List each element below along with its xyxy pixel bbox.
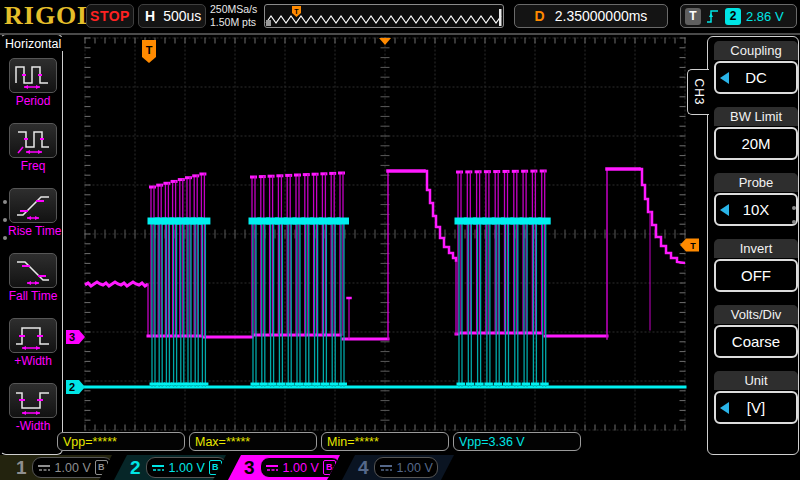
softkey-unit[interactable]: Unit [V] <box>714 371 798 424</box>
trigger-info-box[interactable]: T 2 2.86 V <box>680 4 797 28</box>
measure-item-rise-time[interactable]: Rise Time <box>8 188 58 238</box>
arrow-left-icon <box>720 204 729 216</box>
channel-4-scale: 1.00 V <box>397 461 433 475</box>
horizontal-timebase-box[interactable]: H 500us <box>138 4 206 28</box>
fall-time-icon <box>14 257 52 285</box>
trigger-source-badge: 2 <box>725 8 741 25</box>
brand-logo: RIGOL <box>4 1 96 31</box>
trigger-level-value: 2.86 V <box>746 9 784 24</box>
svg-text:3: 3 <box>69 331 75 343</box>
plus-width-icon <box>14 322 52 350</box>
channel-1-number: 1 <box>16 455 27 480</box>
trigger-label: T <box>685 8 701 25</box>
delay-value: 2.35000000ms <box>555 8 648 24</box>
measure-menu: Horizontal Period Freq Rise <box>0 33 63 455</box>
ground-coupling-icon <box>151 463 165 473</box>
channel-2-number: 2 <box>130 455 141 480</box>
bw-limit-indicator: B <box>95 460 108 475</box>
delay-box[interactable]: D 2.35000000ms <box>514 4 668 28</box>
ground-coupling-icon <box>37 463 51 473</box>
rise-time-icon <box>14 192 52 220</box>
waveform-preview[interactable]: T <box>264 4 504 28</box>
waveform-display: TT32 <box>0 0 800 480</box>
preview-wave-icon: T <box>265 5 503 27</box>
channel-3-scale: 1.00 V <box>283 461 319 475</box>
channel-1-scale: 1.00 V <box>55 461 91 475</box>
measurement-bar: Vpp=***** Max=***** Min=***** Vpp=3.36 V <box>57 432 581 453</box>
arrow-left-icon <box>720 402 729 414</box>
svg-text:T: T <box>294 8 299 15</box>
softkey-coupling[interactable]: Coupling DC <box>714 41 798 94</box>
rising-edge-icon <box>706 8 720 25</box>
channel-3-number: 3 <box>244 455 255 480</box>
measure-item-freq[interactable]: Freq <box>8 123 58 173</box>
page-dot <box>3 218 7 222</box>
measurement-slot-2[interactable]: Max=***** <box>189 432 317 451</box>
ground-coupling-icon <box>379 463 393 473</box>
measure-item-nwidth[interactable]: -Width <box>8 383 58 433</box>
page-dot <box>792 220 796 224</box>
timebase-value: 500us <box>163 8 201 24</box>
svg-text:2: 2 <box>69 381 75 393</box>
measurement-slot-1[interactable]: Vpp=***** <box>57 432 185 451</box>
ground-coupling-icon <box>265 463 279 473</box>
channel-2-scale: 1.00 V <box>169 461 205 475</box>
delay-label: D <box>535 8 545 24</box>
channel-2-status[interactable]: 2 1.00 V B <box>114 455 226 480</box>
measure-item-fall-time[interactable]: Fall Time <box>8 253 58 303</box>
channel-tab: CH3 <box>687 69 709 115</box>
softkey-probe[interactable]: Probe 10X <box>714 173 798 226</box>
softkey-volts-div[interactable]: Volts/Div Coarse <box>714 305 798 358</box>
svg-text:T: T <box>146 44 153 56</box>
channel-3-status[interactable]: 3 1.00 V B <box>228 455 340 480</box>
bw-limit-indicator: B <box>323 460 336 475</box>
acquisition-info: 250MSa/s 1.50M pts <box>210 3 257 29</box>
channel-4-status[interactable]: 4 1.00 V <box>342 455 454 480</box>
run-state-indicator[interactable]: STOP <box>86 4 134 28</box>
run-state-label: STOP <box>90 8 130 24</box>
channel-1-status[interactable]: 1 1.00 V B <box>0 455 112 480</box>
measurement-slot-4[interactable]: Vpp=3.36 V <box>453 432 581 451</box>
minus-width-icon <box>14 387 52 415</box>
sample-rate: 250MSa/s <box>210 3 257 16</box>
page-dot <box>3 236 7 240</box>
channel-menu: CH3 Coupling DC BW Limit 20M Probe 10X I… <box>684 33 800 457</box>
period-icon <box>14 62 52 90</box>
top-status-bar: RIGOL STOP H 500us 250MSa/s 1.50M pts T … <box>0 0 800 35</box>
freq-icon <box>14 127 52 155</box>
measurement-slot-3[interactable]: Min=***** <box>321 432 449 451</box>
measure-menu-title: Horizontal <box>3 37 63 51</box>
channel-4-number: 4 <box>358 455 369 480</box>
softkey-invert[interactable]: Invert OFF <box>714 239 798 292</box>
page-dot <box>792 206 796 210</box>
channel-status-bar: 1 1.00 V B 2 1.00 V B 3 <box>0 455 800 480</box>
bw-limit-indicator: B <box>209 460 222 475</box>
measure-item-period[interactable]: Period <box>8 58 58 108</box>
h-label: H <box>145 8 155 24</box>
page-dot <box>3 200 7 204</box>
softkey-bw-limit[interactable]: BW Limit 20M <box>714 107 798 160</box>
memory-depth: 1.50M pts <box>210 16 257 29</box>
measure-item-pwidth[interactable]: +Width <box>8 318 58 368</box>
arrow-left-icon <box>720 72 729 84</box>
